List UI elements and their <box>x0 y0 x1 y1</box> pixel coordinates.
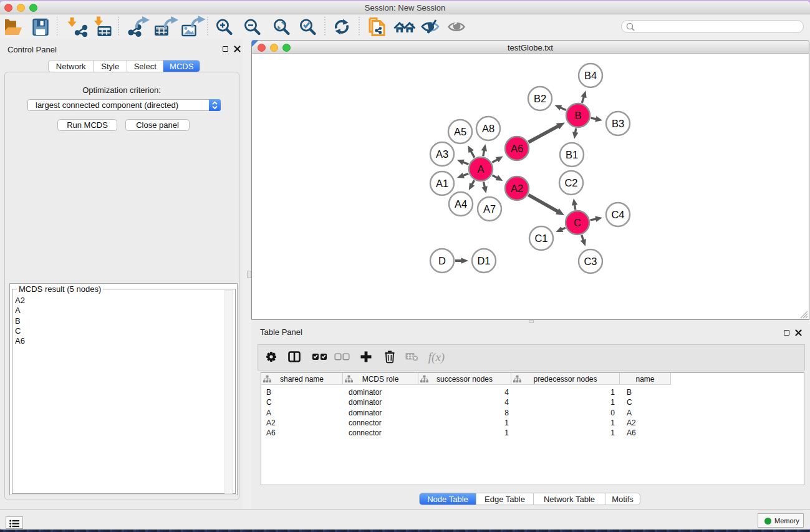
svg-text:A5: A5 <box>454 126 466 137</box>
svg-text:C4: C4 <box>611 209 624 220</box>
svg-text:A3: A3 <box>436 148 448 160</box>
svg-text:C1: C1 <box>534 233 547 244</box>
svg-text:D: D <box>438 255 446 266</box>
svg-text:A2: A2 <box>511 183 523 194</box>
svg-text:C: C <box>574 217 581 228</box>
svg-text:A6: A6 <box>511 143 523 154</box>
svg-text:A7: A7 <box>483 203 496 215</box>
svg-text:A4: A4 <box>455 198 467 210</box>
svg-text:A: A <box>477 163 484 175</box>
svg-text:B: B <box>574 110 581 121</box>
svg-text:B3: B3 <box>612 118 624 129</box>
svg-text:C2: C2 <box>564 177 577 188</box>
svg-text:f(x): f(x) <box>428 351 445 364</box>
svg-text:B1: B1 <box>566 149 578 160</box>
svg-text:D1: D1 <box>477 255 490 266</box>
svg-text:C3: C3 <box>584 256 597 267</box>
svg-text:B4: B4 <box>584 70 597 81</box>
svg-text:A1: A1 <box>436 178 448 189</box>
svg-text:B2: B2 <box>534 93 546 104</box>
svg-text:A8: A8 <box>482 123 494 134</box>
